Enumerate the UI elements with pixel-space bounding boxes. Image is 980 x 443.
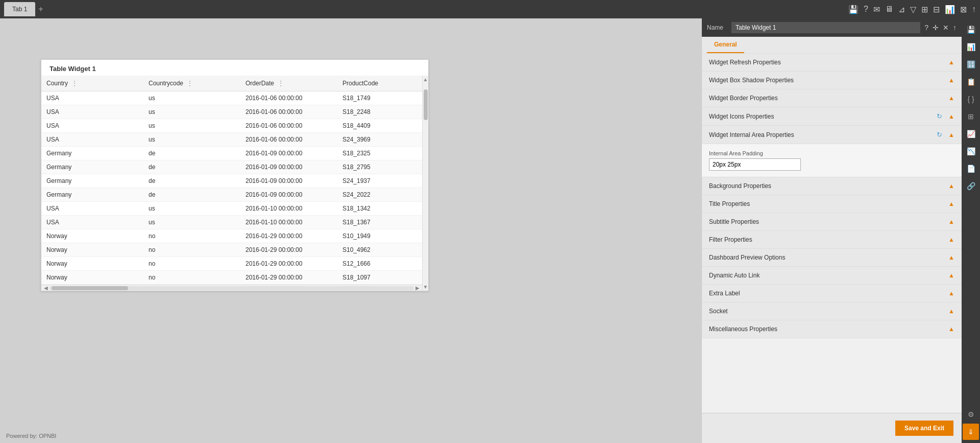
panel-header: Name ? ✛ ✕ ↑ xyxy=(702,18,962,37)
col-country[interactable]: Country ⋮ xyxy=(41,76,143,91)
tab-bar: Tab 1 + xyxy=(4,0,43,18)
section-title[interactable]: Title Properties ▲ xyxy=(702,195,962,213)
section-background[interactable]: Background Properties ▲ xyxy=(702,177,962,195)
section-icons-refresh[interactable]: ↻ xyxy=(937,112,942,120)
table-cell: 2016-01-29 00:00:00 xyxy=(240,243,337,257)
section-dynamic-link-chevron: ▲ xyxy=(948,272,954,279)
section-socket[interactable]: Socket ▲ xyxy=(702,302,962,320)
scroll-right-arrow[interactable]: ▶ xyxy=(414,285,421,291)
section-widget-refresh-chevron: ▲ xyxy=(948,59,954,66)
grid-icon[interactable]: ⊞ xyxy=(921,5,928,14)
funnel-icon[interactable]: ▽ xyxy=(910,5,916,14)
section-background-chevron: ▲ xyxy=(948,182,954,190)
table-cell: S12_1666 xyxy=(337,257,422,271)
table-cell: Norway xyxy=(41,257,143,271)
v-icon-code[interactable]: { } xyxy=(963,91,979,107)
tab-general[interactable]: General xyxy=(707,37,744,53)
tab-1[interactable]: Tab 1 xyxy=(4,2,35,16)
table-cell: USA xyxy=(41,105,143,119)
panel-footer: Save and Exit xyxy=(702,413,962,443)
panel-up-icon[interactable]: ↑ xyxy=(953,24,957,32)
section-box-shadow[interactable]: Widget Box Shadow Properties ▲ xyxy=(702,72,962,89)
section-border[interactable]: Widget Border Properties ▲ xyxy=(702,89,962,107)
v-icon-chart2[interactable]: 📈 xyxy=(963,126,979,142)
table-wrapper: Country ⋮ Countrycode ⋮ OrderDate ⋮ Prod… xyxy=(41,76,422,291)
section-extra-label[interactable]: Extra Label ▲ xyxy=(702,285,962,302)
v-icon-analytics[interactable]: 🔢 xyxy=(963,56,979,73)
table-cell: us xyxy=(143,91,240,105)
table-cell: 2016-01-06 00:00:00 xyxy=(240,91,337,105)
section-box-shadow-label: Widget Box Shadow Properties xyxy=(709,77,794,84)
v-icon-bar-chart[interactable]: 📊 xyxy=(963,39,979,55)
panel-tabs: General xyxy=(702,37,962,54)
v-icon-link[interactable]: 🔗 xyxy=(963,178,979,194)
widget-name-input[interactable] xyxy=(731,22,920,33)
v-icon-clipboard[interactable]: 📋 xyxy=(963,74,979,90)
section-subtitle[interactable]: Subtitle Properties ▲ xyxy=(702,213,962,231)
table-header-row: Country ⋮ Countrycode ⋮ OrderDate ⋮ Prod… xyxy=(41,76,422,91)
v-icon-save[interactable]: 💾 xyxy=(963,21,979,38)
table-row: Germanyde2016-01-09 00:00:00S24_1937 xyxy=(41,174,422,188)
right-panel: Name ? ✛ ✕ ↑ General Widget Refresh Prop… xyxy=(701,18,962,443)
col-productcode[interactable]: ProductCode xyxy=(337,76,422,91)
vscroll-thumb[interactable] xyxy=(424,89,428,120)
save-icon[interactable]: 💾 xyxy=(848,5,859,14)
section-internal-area-refresh[interactable]: ↻ xyxy=(937,131,942,138)
section-filter[interactable]: Filter Properties ▲ xyxy=(702,231,962,249)
table-body: USAus2016-01-06 00:00:00S18_1749USAus201… xyxy=(41,91,422,285)
filter-icon[interactable]: ⊿ xyxy=(898,5,905,14)
v-icon-down[interactable]: ⇓ xyxy=(963,424,979,440)
table-row: USAus2016-01-06 00:00:00S18_4409 xyxy=(41,119,422,133)
section-dashboard-preview[interactable]: Dashboard Preview Options ▲ xyxy=(702,249,962,267)
panel-help-icon[interactable]: ? xyxy=(924,24,928,32)
v-icon-chart3[interactable]: 📉 xyxy=(963,143,979,159)
padding-field-label: Internal Area Padding xyxy=(709,150,954,156)
table-cell: de xyxy=(143,160,240,174)
email-icon[interactable]: ✉ xyxy=(873,5,880,14)
col-countrycode[interactable]: Countrycode ⋮ xyxy=(143,76,240,91)
table-cell: S24_1937 xyxy=(337,174,422,188)
table-row: USAus2016-01-06 00:00:00S18_2248 xyxy=(41,105,422,119)
section-dynamic-link[interactable]: Dynamic Auto Link ▲ xyxy=(702,267,962,285)
v-spacer xyxy=(963,195,979,405)
scrollbar-thumb[interactable] xyxy=(52,286,128,290)
up-icon[interactable]: ↑ xyxy=(972,5,976,14)
v-icon-settings[interactable]: ⚙ xyxy=(963,406,979,423)
panel-close-icon[interactable]: ✕ xyxy=(943,24,949,32)
vscroll-down-arrow[interactable]: ▼ xyxy=(423,284,428,290)
col-orderdate[interactable]: OrderDate ⋮ xyxy=(240,76,337,91)
chart-icon[interactable]: 📊 xyxy=(945,5,955,14)
col-drag-orderdate[interactable]: ⋮ xyxy=(278,80,284,87)
add-tab-button[interactable]: + xyxy=(38,5,43,14)
save-and-exit-button[interactable]: Save and Exit xyxy=(895,421,953,436)
table-cell: Germany xyxy=(41,147,143,160)
panel-move-icon[interactable]: ✛ xyxy=(933,24,939,32)
section-misc-chevron: ▲ xyxy=(948,325,954,333)
table-cell: Norway xyxy=(41,243,143,257)
monitor-icon[interactable]: 🖥 xyxy=(885,5,893,14)
table-cell: no xyxy=(143,243,240,257)
top-toolbar: Tab 1 + 💾 ? ✉ 🖥 ⊿ ▽ ⊞ ⊟ 📊 ⊠ ↑ xyxy=(0,0,980,18)
scroll-left-arrow[interactable]: ◀ xyxy=(42,285,50,291)
horizontal-scrollbar[interactable]: ◀ ▶ xyxy=(41,285,422,291)
section-extra-label-chevron: ▲ xyxy=(948,290,954,297)
section-filter-chevron: ▲ xyxy=(948,236,954,243)
section-icons[interactable]: Widget Icons Properties ↻ ▲ xyxy=(702,107,962,126)
layout-icon[interactable]: ⊠ xyxy=(960,5,967,14)
padding-field-input[interactable] xyxy=(709,158,801,171)
section-widget-refresh[interactable]: Widget Refresh Properties ▲ xyxy=(702,54,962,72)
v-icon-grid[interactable]: ⊞ xyxy=(963,108,979,125)
col-drag-country[interactable]: ⋮ xyxy=(71,80,78,87)
tab-1-label: Tab 1 xyxy=(12,6,27,13)
vscroll-up-arrow[interactable]: ▲ xyxy=(423,77,428,82)
help-icon[interactable]: ? xyxy=(864,5,868,14)
v-icon-doc[interactable]: 📄 xyxy=(963,160,979,177)
section-internal-area[interactable]: Widget Internal Area Properties ↻ ▲ xyxy=(702,126,962,144)
table-icon[interactable]: ⊟ xyxy=(933,5,940,14)
section-misc[interactable]: Miscellaneous Properties ▲ xyxy=(702,320,962,338)
table-cell: S18_2325 xyxy=(337,147,422,160)
table-cell: de xyxy=(143,174,240,188)
col-drag-countrycode[interactable]: ⋮ xyxy=(187,80,193,87)
table-cell: S10_4962 xyxy=(337,243,422,257)
vertical-scrollbar[interactable]: ▲ ▼ xyxy=(422,76,428,291)
